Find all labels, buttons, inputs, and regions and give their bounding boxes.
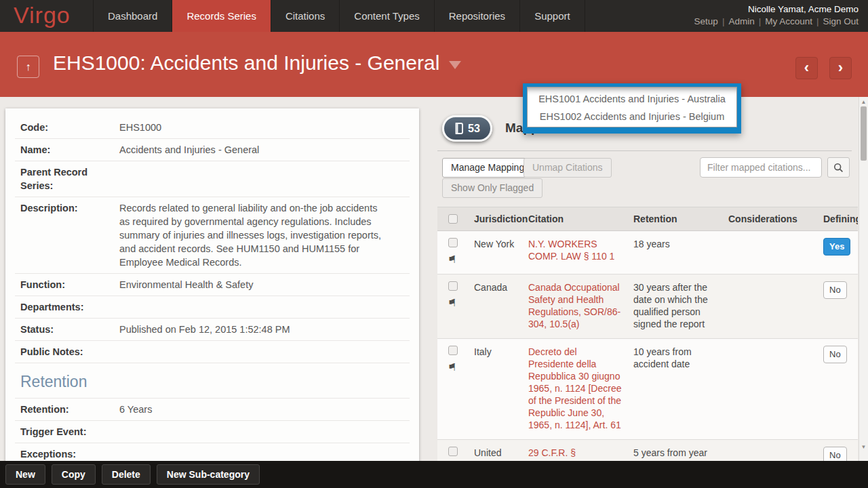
nav-tab-citations[interactable]: Citations bbox=[271, 0, 339, 32]
citation-link[interactable]: Decreto del Presidente della Repubblica … bbox=[528, 346, 622, 430]
row-select-cell: ⚑ bbox=[437, 346, 474, 431]
filter-citations-input[interactable] bbox=[700, 157, 822, 178]
retention-section-heading: Retention bbox=[15, 363, 410, 399]
user-links: Setup|Admin|My Account|Sign Out bbox=[694, 16, 859, 28]
series-dropdown-list: EHS1001 Accidents and Injuries - Austral… bbox=[527, 87, 737, 127]
nav-tab-support[interactable]: Support bbox=[519, 0, 585, 32]
link-admin[interactable]: Admin bbox=[728, 16, 754, 26]
record-title-dropdown-trigger[interactable]: EHS1000: Accidents and Injuries - Genera… bbox=[53, 52, 461, 75]
page-title: EHS1000: Accidents and Injuries - Genera… bbox=[53, 52, 439, 75]
nav-tab-content-types[interactable]: Content Types bbox=[339, 0, 433, 32]
record-pager: ‹ › bbox=[795, 57, 852, 79]
field-value bbox=[119, 447, 385, 461]
jurisdiction-cell: Italy bbox=[474, 346, 528, 431]
new-button[interactable]: New bbox=[5, 464, 45, 485]
next-record-button[interactable]: › bbox=[829, 57, 852, 79]
nav-tab-records-series[interactable]: Records Series bbox=[172, 0, 271, 32]
retention-cell: 30 years after the date on which the qua… bbox=[633, 281, 728, 330]
col-header-jurisdiction: Jurisdiction bbox=[474, 214, 528, 224]
col-header-retention: Retention bbox=[633, 214, 728, 224]
row-checkbox[interactable] bbox=[448, 346, 458, 355]
chevron-right-icon: › bbox=[838, 59, 843, 76]
field-row-name: Name: Accidents and Injuries - General bbox=[15, 139, 410, 161]
defining-badge: No bbox=[823, 281, 847, 299]
field-row-exceptions: Exceptions: bbox=[15, 443, 410, 461]
select-all-checkbox[interactable] bbox=[448, 214, 458, 224]
mapped-citations-panel: 53 Mapped Citations Manage Mappings Unma… bbox=[431, 97, 859, 461]
delete-button[interactable]: Delete bbox=[102, 464, 151, 485]
col-header-considerations: Considerations bbox=[728, 214, 823, 224]
link-setup[interactable]: Setup bbox=[694, 16, 718, 26]
row-checkbox[interactable] bbox=[448, 238, 458, 247]
up-arrow-icon: ↑ bbox=[26, 61, 31, 73]
row-checkbox[interactable] bbox=[448, 447, 458, 456]
unmap-citations-button[interactable]: Unmap Citations bbox=[524, 158, 612, 178]
link-sign-out[interactable]: Sign Out bbox=[823, 16, 859, 26]
citation-row-united-states: ⚑ United States 29 C.F.R. § 1904.29(a) 5… bbox=[437, 440, 858, 461]
series-option-ehs1001[interactable]: EHS1001 Accidents and Injuries - Austral… bbox=[528, 90, 736, 108]
citation-row-canada: ⚑ Canada Canada Occupational Safety and … bbox=[437, 274, 858, 339]
defining-badge: Yes bbox=[823, 238, 850, 256]
field-label: Description: bbox=[20, 201, 119, 269]
defining-badge: No bbox=[823, 346, 847, 363]
field-label: Departments: bbox=[20, 300, 119, 314]
app-logo[interactable]: Virgo bbox=[0, 0, 93, 32]
field-value: Environmental Health & Safety bbox=[119, 278, 385, 291]
field-row-description: Description: Records related to general … bbox=[15, 197, 410, 274]
previous-record-button[interactable]: ‹ bbox=[795, 57, 818, 79]
citation-count-badge[interactable]: 53 bbox=[442, 115, 492, 142]
field-label: Status: bbox=[20, 323, 119, 336]
nav-tab-dashboard[interactable]: Dashboard bbox=[93, 0, 172, 32]
scrollbar-thumb[interactable] bbox=[861, 106, 867, 161]
search-button[interactable] bbox=[827, 157, 850, 178]
link-separator: | bbox=[722, 16, 725, 26]
retention-cell: 10 years from accident date bbox=[633, 346, 728, 431]
citation-link[interactable]: Canada Occupational Safety and Health Re… bbox=[528, 282, 620, 329]
flag-icon[interactable]: ⚑ bbox=[448, 361, 456, 373]
nav-tab-repositories[interactable]: Repositories bbox=[434, 0, 519, 32]
link-my-account[interactable]: My Account bbox=[765, 16, 812, 26]
header-checkbox-cell bbox=[437, 214, 474, 224]
field-row-parent-record-series: Parent Record Series: bbox=[15, 161, 410, 197]
field-value bbox=[119, 425, 385, 439]
citation-count: 53 bbox=[468, 123, 480, 135]
search-icon bbox=[833, 163, 844, 173]
top-nav-bar: Virgo Dashboard Records Series Citations… bbox=[0, 0, 868, 32]
series-option-ehs1002[interactable]: EHS1002 Accidents and Injuries - Belgium bbox=[528, 108, 736, 125]
flag-icon[interactable]: ⚑ bbox=[448, 253, 456, 266]
citation-link[interactable]: N.Y. WORKERS COMP. LAW § 110 1 bbox=[528, 239, 614, 262]
go-up-button[interactable]: ↑ bbox=[17, 56, 39, 78]
retention-cell: 5 years from year end bbox=[633, 447, 728, 461]
row-select-cell: ⚑ bbox=[437, 447, 474, 461]
nav-tabs: Dashboard Records Series Citations Conte… bbox=[93, 0, 585, 32]
bottom-action-bar: New Copy Delete New Sub-category bbox=[0, 461, 868, 488]
citations-table: Jurisdiction Citation Retention Consider… bbox=[437, 207, 858, 461]
flag-icon[interactable]: ⚑ bbox=[448, 297, 456, 309]
row-checkbox[interactable] bbox=[448, 281, 458, 291]
field-value bbox=[119, 345, 385, 359]
show-only-flagged-button[interactable]: Show Only Flagged bbox=[442, 178, 542, 198]
field-value: Records related to general liability and… bbox=[119, 201, 385, 269]
field-row-departments: Departments: bbox=[15, 296, 410, 319]
field-label: Code: bbox=[20, 121, 119, 134]
scrollbar-up-arrow[interactable]: ▲ bbox=[859, 99, 868, 105]
citation-link[interactable]: 29 C.F.R. § 1904.29(a) bbox=[528, 447, 576, 461]
field-row-public-notes: Public Notes: bbox=[15, 341, 410, 363]
content-area: Code: EHS1000 Name: Accidents and Injuri… bbox=[0, 97, 868, 461]
link-separator: | bbox=[759, 16, 762, 26]
field-row-retention: Retention: 6 Years bbox=[15, 399, 410, 421]
scrollbar-down-arrow[interactable]: ▼ bbox=[859, 444, 868, 450]
field-row-function: Function: Environmental Health & Safety bbox=[15, 274, 410, 296]
new-sub-category-button[interactable]: New Sub-category bbox=[157, 464, 260, 485]
field-row-code: Code: EHS1000 bbox=[15, 117, 410, 139]
considerations-cell bbox=[728, 447, 823, 461]
citation-row-italy: ⚑ Italy Decreto del Presidente della Rep… bbox=[437, 339, 858, 440]
chevron-down-icon bbox=[449, 61, 461, 69]
retention-cell: 18 years bbox=[633, 238, 728, 266]
field-row-status: Status: Published on Feb 12, 2015 1:52:4… bbox=[15, 319, 410, 341]
row-select-cell: ⚑ bbox=[437, 238, 474, 266]
field-value: EHS1000 bbox=[119, 121, 385, 134]
panel-divider bbox=[437, 150, 852, 151]
jurisdiction-cell: United States bbox=[474, 447, 528, 461]
copy-button[interactable]: Copy bbox=[52, 464, 96, 485]
